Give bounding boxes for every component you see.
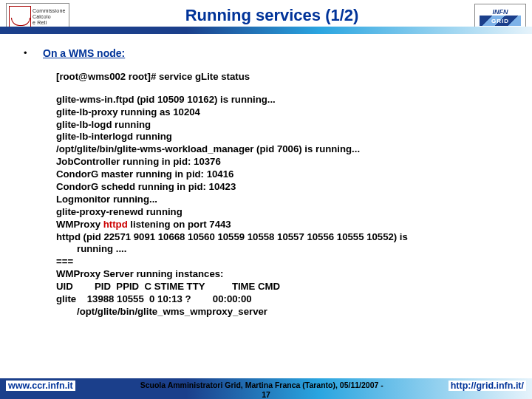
status-line: glite-lb-proxy running as 10204 <box>56 106 508 119</box>
status-line: CondorG master running in pid: 10416 <box>56 168 508 181</box>
status-line: glite-lb-interlogd running <box>56 131 508 143</box>
logo-ccr: Commissione Calcolo e Reti <box>6 3 69 31</box>
status-line: glite-lb-logd running <box>56 119 508 132</box>
slide-footer: www.ccr.infn.it Scuola Amministratori Gr… <box>0 378 532 399</box>
httpd-sub: running .... <box>56 243 508 256</box>
slide-title: Running services (1/2) <box>69 6 474 28</box>
status-line: CondorG schedd running in pid: 10423 <box>56 181 508 194</box>
status-line: UID PID PPID C STIME TTY TIME CMD <box>56 281 508 293</box>
slide-header: Commissione Calcolo e Reti Running servi… <box>0 0 532 34</box>
status-line: glite-wms-in.ftpd (pid 10509 10162) is r… <box>56 94 508 106</box>
footer-center-text: Scuola Amministratori Grid, Martina Fran… <box>75 381 449 389</box>
logo-infn: INFN GRID <box>474 4 526 30</box>
logo-ccr-text: Commissione Calcolo e Reti <box>33 8 66 26</box>
logo-infn-text: INFN <box>493 8 508 16</box>
status-line: JobController running in pid: 10376 <box>56 156 508 168</box>
terminal-command: [root@wms002 root]# service gLite status <box>56 71 508 83</box>
httpd-line: httpd (pid 22571 9091 10668 10560 10559 … <box>56 231 508 244</box>
status-line: glite 13988 10555 0 10:13 ? 00:00:00 <box>56 293 508 306</box>
httpd-highlight: httpd <box>103 219 128 230</box>
status-line: /opt/glite/bin/glite-wms-workload_manage… <box>56 143 508 156</box>
status-line: Logmonitor running... <box>56 194 508 206</box>
page-number: 17 <box>0 390 532 399</box>
status-line: glite-proxy-renewd running <box>56 206 508 219</box>
logo-infn-grid: GRID <box>480 16 521 26</box>
bullet-icon: • <box>24 47 33 60</box>
terminal-block: [root@wms002 root]# service gLite status… <box>24 71 508 318</box>
status-line: WMProxy Server running instances: <box>56 268 508 281</box>
bullet-item: • On a WMS node: <box>24 47 508 61</box>
footer-right-url: http://grid.infn.it/ <box>449 381 526 391</box>
wmproxy-line: WMProxy httpd listening on port 7443 <box>56 219 508 231</box>
ccr-arch-icon <box>9 6 31 28</box>
status-line-sub: /opt/glite/bin/glite_wms_wmproxy_server <box>56 306 508 318</box>
bullet-label: On a WMS node: <box>43 47 125 61</box>
footer-left-url: www.ccr.infn.it <box>6 381 75 391</box>
slide-content: • On a WMS node: [root@wms002 root]# ser… <box>0 34 532 318</box>
status-line: === <box>56 256 508 268</box>
